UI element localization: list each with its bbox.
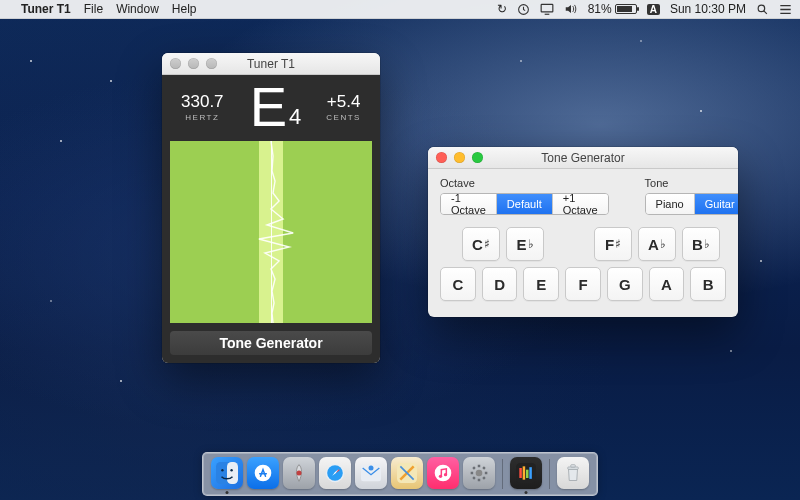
- naturals-row: CDEFGAB: [440, 267, 726, 301]
- dock-divider: [502, 459, 503, 489]
- tuner-readout: 330.7 HERTZ E 4 +5.4 CENTS: [162, 75, 380, 141]
- close-icon[interactable]: [436, 152, 447, 163]
- svg-point-6: [230, 469, 232, 471]
- hertz-value: 330.7: [181, 92, 224, 112]
- dock-app-app-store[interactable]: [247, 457, 279, 489]
- svg-rect-1: [541, 4, 553, 12]
- key-c[interactable]: C: [440, 267, 476, 301]
- svg-rect-22: [529, 467, 532, 479]
- dock-app-mail[interactable]: [355, 457, 387, 489]
- tone-segmented-control: PianoGuitar: [645, 193, 738, 215]
- sync-icon[interactable]: ↻: [497, 2, 507, 16]
- octave-group: Octave -1 OctaveDefault+1 Octave: [440, 177, 609, 215]
- tone-generator-window: Tone Generator Octave -1 OctaveDefault+1…: [428, 147, 738, 317]
- menubar-app-name[interactable]: Tuner T1: [21, 2, 71, 16]
- tone-group: Tone PianoGuitar: [645, 177, 738, 215]
- zoom-icon[interactable]: [206, 58, 217, 69]
- key-f[interactable]: F♯: [594, 227, 632, 261]
- timemachine-icon[interactable]: [517, 3, 530, 16]
- note-octave: 4: [289, 108, 300, 131]
- key-a[interactable]: A♭: [638, 227, 676, 261]
- tone-option-piano[interactable]: Piano: [646, 194, 695, 214]
- svg-point-12: [369, 466, 374, 471]
- sharps-row: C♯E♭F♯A♭B♭: [440, 227, 726, 261]
- menu-help[interactable]: Help: [172, 2, 197, 16]
- tone-option-guitar[interactable]: Guitar: [695, 194, 738, 214]
- octave-option--1-octave[interactable]: +1 Octave: [553, 194, 608, 214]
- menubar-clock[interactable]: Sun 10:30 PM: [670, 2, 746, 16]
- svg-point-15: [439, 475, 442, 478]
- note-letter: E: [250, 83, 286, 131]
- close-icon[interactable]: [170, 58, 181, 69]
- tone-titlebar[interactable]: Tone Generator: [428, 147, 738, 169]
- dock: [202, 452, 598, 496]
- svg-rect-19: [519, 468, 522, 478]
- key-d[interactable]: D: [482, 267, 518, 301]
- tone-label: Tone: [645, 177, 738, 189]
- key-c[interactable]: C♯: [462, 227, 500, 261]
- dock-app-preferences[interactable]: [463, 457, 495, 489]
- octave-option--1-octave[interactable]: -1 Octave: [441, 194, 497, 214]
- key-f[interactable]: F: [565, 267, 601, 301]
- svg-point-5: [221, 469, 223, 471]
- battery-percent-text: 81%: [588, 2, 612, 16]
- dock-app-itunes[interactable]: [427, 457, 459, 489]
- octave-segmented-control: -1 OctaveDefault+1 Octave: [440, 193, 609, 215]
- cents-label: CENTS: [326, 113, 361, 122]
- key-g[interactable]: G: [607, 267, 643, 301]
- zoom-icon[interactable]: [472, 152, 483, 163]
- svg-point-14: [435, 465, 452, 482]
- svg-rect-4: [227, 462, 238, 484]
- volume-icon[interactable]: [564, 3, 578, 15]
- tuner-window-title: Tuner T1: [247, 57, 295, 71]
- menubar: Tuner T1 File Window Help ↻ 81% A Sun 10…: [0, 0, 800, 19]
- tone-window-title: Tone Generator: [541, 151, 624, 165]
- menu-window[interactable]: Window: [116, 2, 159, 16]
- menu-file[interactable]: File: [84, 2, 103, 16]
- dock-app-maps[interactable]: [391, 457, 423, 489]
- display-icon[interactable]: [540, 3, 554, 15]
- svg-point-2: [758, 5, 765, 12]
- key-a[interactable]: A: [649, 267, 685, 301]
- svg-rect-24: [571, 465, 576, 467]
- pitch-waveform: [170, 141, 372, 323]
- dock-app-launchpad[interactable]: [283, 457, 315, 489]
- svg-rect-21: [526, 470, 529, 478]
- spotlight-icon[interactable]: [756, 3, 769, 16]
- hertz-label: HERTZ: [181, 113, 224, 122]
- key-b[interactable]: B: [690, 267, 726, 301]
- battery-icon: [615, 4, 637, 14]
- notification-center-icon[interactable]: [779, 4, 792, 15]
- minimize-icon[interactable]: [454, 152, 465, 163]
- tone-generator-button[interactable]: Tone Generator: [170, 331, 372, 355]
- key-b[interactable]: B♭: [682, 227, 720, 261]
- key-e[interactable]: E♭: [506, 227, 544, 261]
- tuner-titlebar[interactable]: Tuner T1: [162, 53, 380, 75]
- svg-rect-20: [523, 466, 526, 479]
- dock-app-finder[interactable]: [211, 457, 243, 489]
- dock-divider: [549, 459, 550, 489]
- dock-app-tuner-t1[interactable]: [510, 457, 542, 489]
- dock-trash[interactable]: [557, 457, 589, 489]
- svg-point-16: [444, 473, 447, 476]
- octave-label: Octave: [440, 177, 609, 189]
- dock-app-safari[interactable]: [319, 457, 351, 489]
- svg-point-7: [255, 465, 272, 482]
- key-e[interactable]: E: [523, 267, 559, 301]
- battery-indicator[interactable]: 81%: [588, 2, 637, 16]
- minimize-icon[interactable]: [188, 58, 199, 69]
- detected-note: E 4: [250, 83, 301, 131]
- tuner-window: Tuner T1 330.7 HERTZ E 4 +5.4 CENTS Tone…: [162, 53, 380, 363]
- svg-point-8: [297, 471, 302, 476]
- svg-point-17: [476, 470, 483, 477]
- tuner-pitch-display: [170, 141, 372, 323]
- cents-value: +5.4: [326, 92, 361, 112]
- input-language-indicator[interactable]: A: [647, 4, 660, 15]
- octave-option-default[interactable]: Default: [497, 194, 553, 214]
